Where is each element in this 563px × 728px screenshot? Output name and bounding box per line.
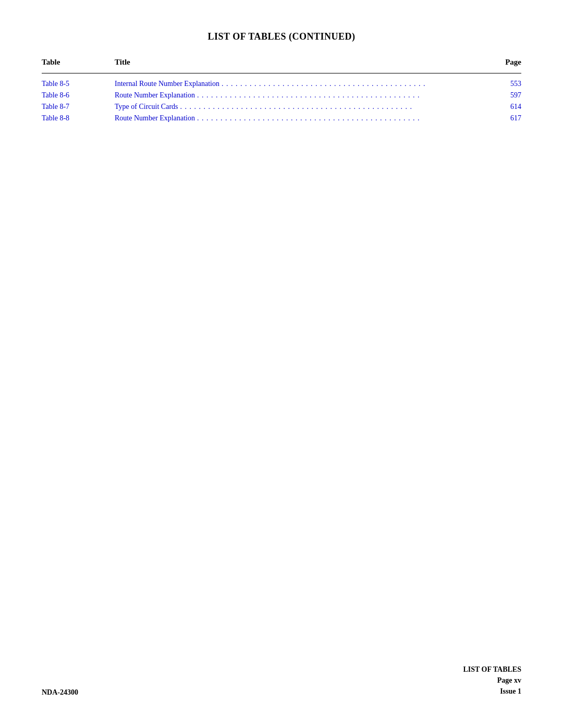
toc-dots-0: . . . . . . . . . . . . . . . . . . . . …: [219, 80, 490, 88]
footer-left: NDA-24300: [42, 688, 78, 697]
toc-title-area-2: Type of Circuit Cards . . . . . . . . . …: [115, 103, 490, 111]
header-divider: [42, 73, 521, 73]
toc-page-num-1: 597: [490, 91, 521, 100]
toc-table-num-0[interactable]: Table 8-5: [42, 80, 115, 88]
toc-page-num-2: 614: [490, 103, 521, 111]
page-footer: NDA-24300 LIST OF TABLES Page xv Issue 1: [42, 664, 521, 697]
toc-dots-2: . . . . . . . . . . . . . . . . . . . . …: [178, 103, 491, 111]
toc-title-text-2: Type of Circuit Cards: [115, 103, 178, 111]
toc-title-area-0: Internal Route Number Explanation . . . …: [115, 80, 490, 88]
toc-title-area-1: Route Number Explanation . . . . . . . .…: [115, 91, 490, 100]
footer-right-line2: Page xv: [463, 675, 521, 686]
footer-right-line1: LIST OF TABLES: [463, 664, 521, 675]
toc-row[interactable]: Table 8-7Type of Circuit Cards . . . . .…: [42, 103, 521, 111]
header-page-col: Page: [490, 58, 521, 67]
toc-title-text-1: Route Number Explanation: [115, 91, 195, 100]
footer-right-line3: Issue 1: [463, 686, 521, 697]
table-header: Table Title Page: [42, 58, 521, 69]
toc-table-num-1[interactable]: Table 8-6: [42, 91, 115, 100]
toc-title-text-3: Route Number Explanation: [115, 114, 195, 122]
page-title: LIST OF TABLES (CONTINUED): [42, 31, 521, 42]
toc-row[interactable]: Table 8-8Route Number Explanation . . . …: [42, 114, 521, 122]
toc-list: Table 8-5Internal Route Number Explanati…: [42, 80, 521, 122]
toc-dots-1: . . . . . . . . . . . . . . . . . . . . …: [195, 91, 490, 100]
toc-page-num-3: 617: [490, 114, 521, 122]
page-container: LIST OF TABLES (CONTINUED) Table Title P…: [0, 0, 563, 728]
header-title-col: Title: [115, 58, 490, 67]
header-table-col: Table: [42, 58, 115, 67]
toc-title-text-0: Internal Route Number Explanation: [115, 80, 219, 88]
toc-row[interactable]: Table 8-5Internal Route Number Explanati…: [42, 80, 521, 88]
toc-title-area-3: Route Number Explanation . . . . . . . .…: [115, 114, 490, 122]
toc-table-num-3[interactable]: Table 8-8: [42, 114, 115, 122]
toc-row[interactable]: Table 8-6Route Number Explanation . . . …: [42, 91, 521, 100]
toc-dots-3: . . . . . . . . . . . . . . . . . . . . …: [195, 114, 490, 122]
footer-right: LIST OF TABLES Page xv Issue 1: [463, 664, 521, 697]
toc-page-num-0: 553: [490, 80, 521, 88]
toc-table-num-2[interactable]: Table 8-7: [42, 103, 115, 111]
